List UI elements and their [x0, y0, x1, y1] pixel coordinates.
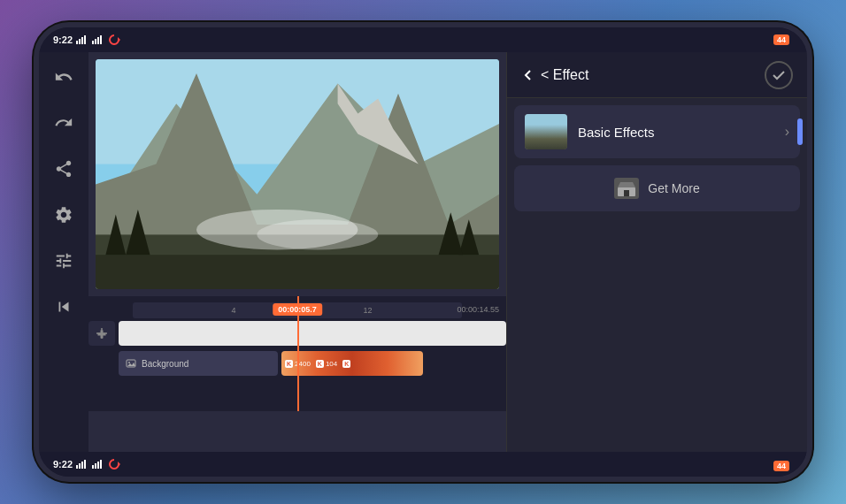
svg-point-16: [257, 219, 378, 249]
settings-button[interactable]: [50, 201, 78, 229]
svg-rect-0: [76, 41, 78, 44]
right-panel: < Effect Basic Effects ›: [506, 52, 807, 452]
clip-k-badge-2: K: [316, 360, 324, 368]
svg-rect-26: [624, 190, 629, 196]
clip-k-badge-1: K: [285, 360, 293, 368]
adjust-icon: [54, 251, 73, 271]
bottom-signal1-icon: [76, 460, 88, 469]
main-area: 4 12 00:00:05.7 00:00:14.55: [39, 52, 807, 452]
image-icon: [126, 358, 136, 369]
svg-point-23: [128, 362, 130, 363]
status-time-left: 9:22: [53, 34, 120, 46]
store-building-icon: [618, 180, 635, 196]
total-time: 00:00:14.55: [457, 305, 499, 314]
add-track-icon: [96, 327, 108, 340]
main-video-track[interactable]: [119, 321, 506, 346]
adjust-button[interactable]: [50, 247, 78, 275]
current-time-badge: 00:00:05.7: [273, 303, 322, 316]
svg-rect-1: [79, 39, 81, 44]
redo-icon: [54, 113, 73, 133]
panel-items: Basic Effects › Get More: [507, 98, 807, 452]
signal2-icon: [92, 35, 104, 44]
bottom-time-display: 9:22: [53, 459, 73, 470]
svg-rect-6: [97, 37, 99, 44]
share-icon: [54, 159, 73, 179]
store-icon: [614, 178, 639, 199]
back-chevron-icon: [521, 68, 535, 82]
timeline-area: 4 12 00:00:05.7 00:00:14.55: [88, 296, 506, 411]
svg-rect-7: [100, 35, 102, 44]
basic-effects-item[interactable]: Basic Effects ›: [514, 105, 800, 158]
svg-rect-33: [97, 462, 99, 469]
nav-arc-icon: [108, 34, 120, 46]
svg-rect-34: [100, 460, 102, 469]
share-button[interactable]: [50, 155, 78, 183]
status-battery-right: 44: [773, 34, 789, 45]
clip-text-2: 104: [326, 360, 337, 368]
status-bar-bottom: 9:22 44: [39, 452, 807, 477]
video-preview: [96, 59, 499, 289]
video-content: [96, 59, 499, 289]
svg-rect-31: [92, 465, 94, 469]
undo-button[interactable]: [50, 63, 78, 91]
basic-effects-arrow-icon: ›: [785, 124, 789, 140]
background-track-label: Background: [142, 359, 188, 369]
undo-icon: [54, 67, 73, 87]
time-display: 9:22: [53, 34, 73, 45]
ruler-tick-12: 12: [363, 306, 372, 315]
phone-frame: 9:22 44: [34, 22, 812, 482]
svg-rect-5: [95, 39, 96, 44]
clip-k-badge-3: K: [342, 360, 350, 368]
side-indicator: [797, 118, 803, 145]
bottom-nav-arc-icon: [108, 458, 120, 470]
bottom-battery-right: 44: [773, 456, 789, 472]
confirm-button[interactable]: [765, 61, 793, 89]
svg-rect-17: [96, 255, 499, 289]
svg-rect-3: [84, 35, 86, 44]
battery-badge-bottom: 44: [773, 461, 789, 471]
left-toolbar: [39, 52, 88, 452]
settings-icon: [54, 205, 73, 225]
background-track[interactable]: Background: [119, 351, 278, 376]
svg-rect-4: [92, 41, 94, 44]
basic-effects-label: Basic Effects: [578, 125, 774, 140]
clip-track[interactable]: K 2400 K 104 K: [281, 351, 423, 376]
skip-to-start-button[interactable]: [50, 293, 78, 321]
status-bar-top: 9:22 44: [39, 27, 807, 52]
svg-rect-27: [76, 465, 78, 469]
signal1-icon: [76, 35, 88, 44]
track-add-button[interactable]: [88, 321, 115, 346]
preview-area: 4 12 00:00:05.7 00:00:14.55: [88, 52, 506, 452]
panel-header: < Effect: [507, 52, 807, 98]
bottom-signal2-icon: [92, 460, 104, 469]
battery-badge-top: 44: [773, 34, 789, 45]
redo-button[interactable]: [50, 109, 78, 137]
svg-rect-32: [95, 463, 96, 469]
basic-effects-thumbnail: [525, 114, 567, 149]
svg-rect-2: [81, 37, 83, 44]
svg-rect-28: [79, 463, 81, 469]
get-more-label: Get More: [648, 181, 699, 195]
get-more-item[interactable]: Get More: [514, 165, 800, 211]
effect-thumb-inner: [525, 114, 567, 149]
skip-icon: [54, 297, 73, 317]
bottom-status-left: 9:22: [53, 458, 120, 470]
svg-rect-29: [81, 462, 83, 469]
back-button[interactable]: < Effect: [521, 67, 588, 83]
panel-title: < Effect: [541, 67, 588, 83]
svg-rect-30: [84, 460, 86, 469]
check-icon: [771, 67, 787, 83]
ruler-tick-4: 4: [232, 306, 236, 315]
